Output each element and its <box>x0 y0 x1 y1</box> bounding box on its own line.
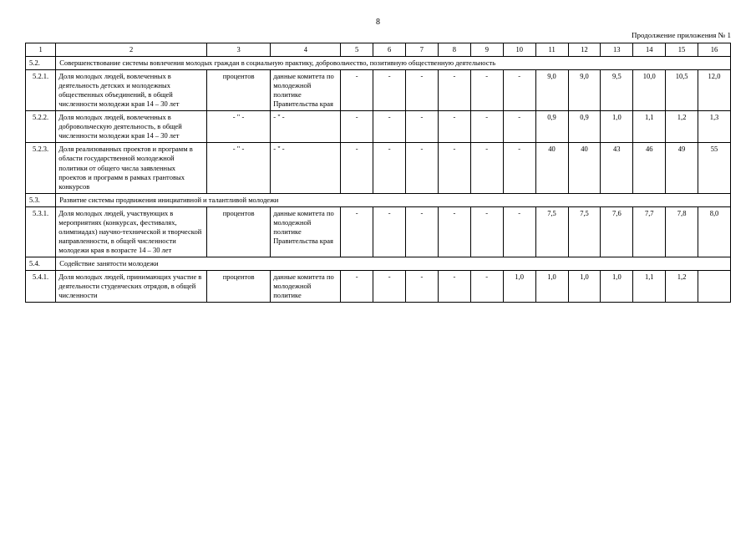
col-3: 3 <box>206 43 270 57</box>
row-531: 5.3.1. Доля молодых людей, участвующих в… <box>26 206 731 257</box>
col-6: 6 <box>373 43 406 57</box>
col-2: 2 <box>56 43 207 57</box>
col-12: 12 <box>568 43 601 57</box>
col-4: 4 <box>271 43 341 57</box>
row-523: 5.2.3. Доля реализованных проектов и про… <box>26 143 731 193</box>
col-5: 5 <box>341 43 373 57</box>
section-53: 5.3. Развитие системы продвижения инициа… <box>26 193 731 206</box>
main-table: 1 2 3 4 5 6 7 8 9 10 11 12 13 14 15 16 5… <box>25 43 731 303</box>
col-15: 15 <box>666 43 698 57</box>
col-1: 1 <box>26 43 56 57</box>
row-541: 5.4.1. Доля молодых людей, принимающих у… <box>26 270 731 302</box>
col-11: 11 <box>535 43 568 57</box>
col-8: 8 <box>438 43 470 57</box>
col-9: 9 <box>470 43 503 57</box>
section-52: 5.2. Совершенствование системы вовлечени… <box>26 57 731 70</box>
col-10: 10 <box>503 43 535 57</box>
col-13: 13 <box>601 43 633 57</box>
col-16: 16 <box>698 43 731 57</box>
row-522: 5.2.2. Доля молодых людей, вовлеченных в… <box>26 111 731 143</box>
col-14: 14 <box>633 43 666 57</box>
page-number: 8 <box>25 17 731 26</box>
continuation-label: Продолжение приложения № 1 <box>25 31 731 39</box>
col-7: 7 <box>406 43 439 57</box>
header-row: 1 2 3 4 5 6 7 8 9 10 11 12 13 14 15 16 <box>26 43 731 57</box>
section-54: 5.4. Содействие занятости молодежи <box>26 257 731 270</box>
row-521: 5.2.1. Доля молодых людей, вовлеченных в… <box>26 70 731 111</box>
